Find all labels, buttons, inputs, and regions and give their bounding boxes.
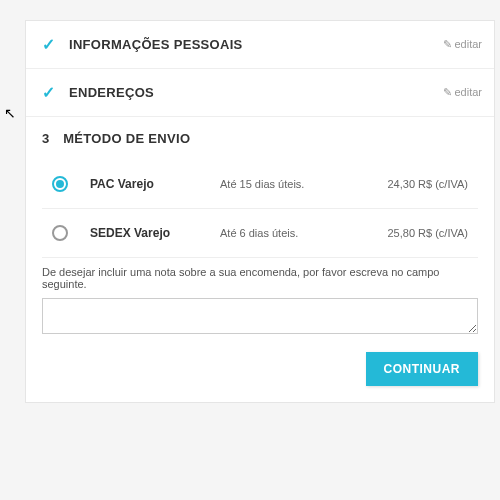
step-number: 3 bbox=[42, 131, 49, 146]
button-row: CONTINUAR bbox=[42, 352, 478, 386]
step-title: ENDEREÇOS bbox=[69, 85, 154, 100]
mouse-cursor-icon: ↖ bbox=[4, 105, 16, 121]
option-name: PAC Varejo bbox=[90, 177, 220, 191]
order-note-input[interactable] bbox=[42, 298, 478, 334]
step-title: INFORMAÇÕES PESSOAIS bbox=[69, 37, 243, 52]
order-note-label: De desejar incluir uma nota sobre a sua … bbox=[42, 266, 478, 290]
option-delay: Até 15 dias úteis. bbox=[220, 178, 388, 190]
option-price: 25,80 R$ (c/IVA) bbox=[388, 227, 469, 239]
radio-selected[interactable] bbox=[52, 176, 68, 192]
shipping-option-pac[interactable]: PAC Varejo Até 15 dias úteis. 24,30 R$ (… bbox=[42, 160, 478, 209]
radio-unselected[interactable] bbox=[52, 225, 68, 241]
check-icon: ✓ bbox=[42, 35, 55, 54]
edit-label: editar bbox=[454, 86, 482, 98]
edit-label: editar bbox=[454, 38, 482, 50]
shipping-option-sedex[interactable]: SEDEX Varejo Até 6 dias úteis. 25,80 R$ … bbox=[42, 209, 478, 258]
option-price: 24,30 R$ (c/IVA) bbox=[388, 178, 469, 190]
continue-button[interactable]: CONTINUAR bbox=[366, 352, 479, 386]
option-name: SEDEX Varejo bbox=[90, 226, 220, 240]
pencil-icon: ✎ bbox=[443, 86, 452, 98]
edit-personal-link[interactable]: ✎editar bbox=[443, 38, 482, 51]
checkout-panel: ✓ INFORMAÇÕES PESSOAIS ✎editar ✓ ENDEREÇ… bbox=[25, 20, 495, 403]
edit-addresses-link[interactable]: ✎editar bbox=[443, 86, 482, 99]
option-delay: Até 6 dias úteis. bbox=[220, 227, 388, 239]
shipping-body: PAC Varejo Até 15 dias úteis. 24,30 R$ (… bbox=[26, 160, 494, 402]
step-title: MÉTODO DE ENVIO bbox=[63, 131, 190, 146]
pencil-icon: ✎ bbox=[443, 38, 452, 50]
step-personal-info: ✓ INFORMAÇÕES PESSOAIS ✎editar bbox=[26, 21, 494, 69]
check-icon: ✓ bbox=[42, 83, 55, 102]
step-shipping-method: 3 MÉTODO DE ENVIO bbox=[26, 117, 494, 160]
step-addresses: ✓ ENDEREÇOS ✎editar bbox=[26, 69, 494, 117]
